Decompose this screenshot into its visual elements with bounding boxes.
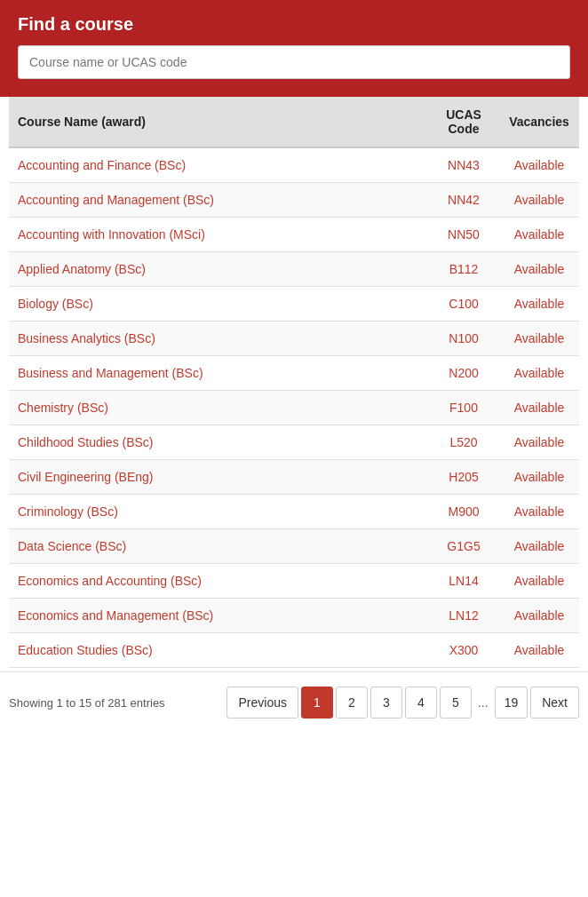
course-name-cell: Biology (BSc)	[9, 287, 428, 321]
col-vacancies: Vacancies	[499, 97, 579, 147]
vacancies-link[interactable]: Available	[514, 401, 565, 415]
table-row: Childhood Studies (BSc)L520Available	[9, 425, 579, 460]
col-course-name: Course Name (award)	[9, 97, 428, 147]
course-name-link[interactable]: Economics and Accounting (BSc)	[18, 574, 202, 588]
ucas-code-cell: NN42	[428, 183, 499, 218]
vacancies-link[interactable]: Available	[514, 574, 565, 588]
vacancies-link[interactable]: Available	[514, 470, 565, 484]
vacancies-link[interactable]: Available	[514, 331, 565, 345]
ucas-code-cell: H205	[428, 460, 499, 495]
table-row: Biology (BSc)C100Available	[9, 287, 579, 321]
ucas-code-link[interactable]: L520	[449, 435, 477, 449]
course-name-link[interactable]: Childhood Studies (BSc)	[18, 435, 154, 449]
search-input[interactable]	[18, 45, 570, 79]
course-name-link[interactable]: Accounting and Finance (BSc)	[18, 158, 186, 172]
page-button-2[interactable]: 2	[336, 687, 368, 718]
page-button-1[interactable]: 1	[301, 687, 333, 718]
ucas-code-cell: M900	[428, 495, 499, 529]
course-name-link[interactable]: Accounting with Innovation (MSci)	[18, 227, 205, 242]
course-name-cell: Education Studies (BSc)	[9, 633, 428, 668]
ucas-code-link[interactable]: N200	[449, 366, 478, 380]
course-name-cell: Criminology (BSc)	[9, 495, 428, 529]
vacancies-link[interactable]: Available	[514, 193, 565, 207]
vacancies-cell: Available	[499, 356, 579, 391]
vacancies-link[interactable]: Available	[514, 608, 565, 623]
vacancies-link[interactable]: Available	[514, 262, 565, 276]
vacancies-cell: Available	[499, 564, 579, 599]
ucas-code-link[interactable]: X300	[449, 643, 479, 657]
table-row: Accounting with Innovation (MSci)NN50Ava…	[9, 218, 579, 252]
header-section: Find a course	[0, 0, 588, 97]
vacancies-cell: Available	[499, 391, 579, 425]
course-name-link[interactable]: Chemistry (BSc)	[18, 401, 108, 415]
ucas-code-link[interactable]: LN14	[449, 574, 478, 588]
ucas-code-link[interactable]: NN42	[448, 193, 480, 207]
course-name-link[interactable]: Applied Anatomy (BSc)	[18, 262, 146, 276]
table-row: Data Science (BSc)G1G5Available	[9, 529, 579, 564]
ucas-code-link[interactable]: M900	[448, 504, 479, 519]
vacancies-cell: Available	[499, 425, 579, 460]
course-name-link[interactable]: Education Studies (BSc)	[18, 643, 153, 657]
ucas-code-link[interactable]: LN12	[449, 608, 478, 623]
table-row: Civil Engineering (BEng)H205Available	[9, 460, 579, 495]
ucas-code-link[interactable]: N100	[449, 331, 478, 345]
ucas-code-link[interactable]: NN50	[448, 227, 480, 242]
course-name-link[interactable]: Business Analytics (BSc)	[18, 331, 155, 345]
course-name-cell: Economics and Accounting (BSc)	[9, 564, 428, 599]
ucas-code-cell: L520	[428, 425, 499, 460]
ucas-code-cell: N200	[428, 356, 499, 391]
vacancies-link[interactable]: Available	[514, 227, 565, 242]
page-button-5[interactable]: 5	[440, 687, 472, 718]
course-name-cell: Accounting and Management (BSc)	[9, 183, 428, 218]
vacancies-link[interactable]: Available	[514, 158, 565, 172]
page-button-19[interactable]: 19	[495, 687, 528, 718]
table-row: Accounting and Management (BSc)NN42Avail…	[9, 183, 579, 218]
page-ellipsis: ...	[474, 695, 492, 710]
vacancies-cell: Available	[499, 252, 579, 287]
course-name-link[interactable]: Accounting and Management (BSc)	[18, 193, 214, 207]
ucas-code-cell: N100	[428, 321, 499, 356]
table-row: Economics and Accounting (BSc)LN14Availa…	[9, 564, 579, 599]
vacancies-cell: Available	[499, 495, 579, 529]
ucas-code-cell: G1G5	[428, 529, 499, 564]
ucas-code-link[interactable]: G1G5	[447, 539, 480, 553]
vacancies-cell: Available	[499, 529, 579, 564]
course-name-cell: Economics and Management (BSc)	[9, 599, 428, 633]
page-button-4[interactable]: 4	[405, 687, 437, 718]
col-ucas-code: UCAS Code	[428, 97, 499, 147]
ucas-code-cell: LN12	[428, 599, 499, 633]
course-name-link[interactable]: Business and Management (BSc)	[18, 366, 203, 380]
ucas-code-cell: NN43	[428, 147, 499, 183]
page-button-3[interactable]: 3	[370, 687, 402, 718]
vacancies-cell: Available	[499, 599, 579, 633]
table-row: Chemistry (BSc)F100Available	[9, 391, 579, 425]
course-name-cell: Business and Management (BSc)	[9, 356, 428, 391]
course-name-cell: Civil Engineering (BEng)	[9, 460, 428, 495]
ucas-code-link[interactable]: C100	[449, 297, 478, 311]
ucas-code-link[interactable]: B112	[449, 262, 479, 276]
table-row: Economics and Management (BSc)LN12Availa…	[9, 599, 579, 633]
course-name-link[interactable]: Biology (BSc)	[18, 297, 93, 311]
vacancies-cell: Available	[499, 287, 579, 321]
table-row: Education Studies (BSc)X300Available	[9, 633, 579, 668]
course-name-link[interactable]: Data Science (BSc)	[18, 539, 126, 553]
vacancies-link[interactable]: Available	[514, 435, 565, 449]
course-name-link[interactable]: Criminology (BSc)	[18, 504, 118, 519]
next-button[interactable]: Next	[530, 687, 579, 718]
course-name-link[interactable]: Civil Engineering (BEng)	[18, 470, 154, 484]
ucas-code-link[interactable]: H205	[449, 470, 478, 484]
table-row: Business Analytics (BSc)N100Available	[9, 321, 579, 356]
vacancies-link[interactable]: Available	[514, 643, 565, 657]
vacancies-link[interactable]: Available	[514, 504, 565, 519]
ucas-code-link[interactable]: NN43	[448, 158, 480, 172]
vacancies-link[interactable]: Available	[514, 539, 565, 553]
previous-button[interactable]: Previous	[226, 687, 298, 718]
vacancies-cell: Available	[499, 183, 579, 218]
course-name-link[interactable]: Economics and Management (BSc)	[18, 608, 213, 623]
ucas-code-cell: LN14	[428, 564, 499, 599]
course-name-cell: Data Science (BSc)	[9, 529, 428, 564]
ucas-code-link[interactable]: F100	[449, 401, 478, 415]
course-name-cell: Applied Anatomy (BSc)	[9, 252, 428, 287]
vacancies-link[interactable]: Available	[514, 297, 565, 311]
vacancies-link[interactable]: Available	[514, 366, 565, 380]
